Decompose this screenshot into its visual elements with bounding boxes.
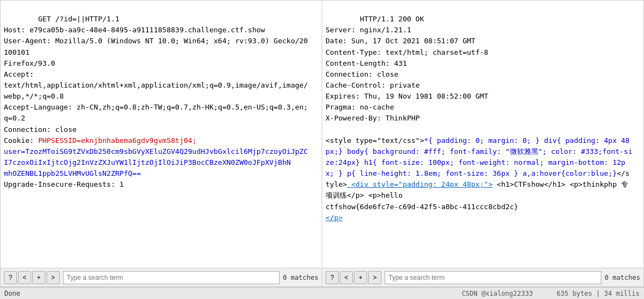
left-help-button[interactable]: ? [4, 271, 17, 284]
left-prev-button[interactable]: < [18, 271, 31, 284]
left-cookie-label: Cookie: PHPSESSID=eknjbnhabema6gdv9gvm58… [4, 136, 196, 145]
right-add-button[interactable]: + [354, 271, 367, 284]
right-line-9: Pragma: no-cache [326, 103, 394, 111]
right-line-10: X-Powered-By: ThinkPHP [326, 114, 420, 122]
left-panel-scroll[interactable]: GET /?id=||HTTP/1.1 Host: e79ca05b-aa9c-… [1, 1, 322, 268]
right-line-2: Server: nginx/1.21.1 [326, 26, 411, 34]
right-panel: HTTP/1.1 200 OK Server: nginx/1.21.1 Dat… [322, 0, 644, 287]
right-div-open: <div style="padding: 24px 48px;"> [347, 180, 492, 188]
right-prev-button[interactable]: < [340, 271, 353, 284]
left-line-6: text/html,application/xhtml+xml,applicat… [4, 81, 308, 100]
watermark: CSDN @xialong22333 [462, 290, 533, 297]
left-line-7: Accept-Language: zh-CN,zh;q=0.8;zh-TW;q=… [4, 103, 308, 122]
right-toolbar: ? < + > 0 matches [322, 268, 643, 286]
right-line-5: Content-Length: 431 [326, 59, 407, 67]
right-help-button[interactable]: ? [326, 271, 339, 284]
left-line-1: GET /?id=||HTTP/1.1 [38, 15, 120, 23]
status-bar: Done CSDN @xialong22333 635 bytes | 34 m… [0, 287, 644, 299]
left-line-5: Accept: [4, 70, 34, 78]
right-next-button[interactable]: > [368, 271, 381, 284]
right-panel-scroll[interactable]: HTTP/1.1 200 OK Server: nginx/1.21.1 Dat… [322, 1, 643, 268]
left-line-8: Connection: close [4, 125, 77, 134]
right-search-input[interactable] [385, 271, 601, 284]
left-line-2: Host: e79ca05b-aa9c-48e4-8495-a911118588… [4, 26, 265, 34]
right-line-3: Date: Sun, 17 Oct 2021 08:51:07 GMT [326, 37, 475, 45]
status-info: CSDN @xialong22333 635 bytes | 34 millis [462, 290, 640, 297]
right-line-8: Expires: Thu, 19 Nov 1981 08:52:00 GMT [326, 92, 488, 100]
left-toolbar: ? < + > 0 matches [1, 268, 322, 286]
right-match-count: 0 matches [605, 274, 640, 281]
cookie-value: user=TzozMToiSG9tZVxDb250cm9sbGVyXEluZGV… [4, 147, 308, 177]
left-match-count: 0 matches [283, 274, 318, 281]
status-done: Done [4, 290, 20, 297]
bytes-info: 635 bytes | 34 millis [556, 290, 640, 297]
cookie-key: PHPSESSID=eknjbnhabema6gdv9gvm58tj04; [38, 136, 197, 145]
right-p-close: </p> [326, 214, 343, 222]
right-line-7: Cache-Control: private [326, 81, 420, 89]
left-panel-content: GET /?id=||HTTP/1.1 Host: e79ca05b-aa9c-… [4, 3, 318, 202]
left-next-button[interactable]: > [47, 271, 60, 284]
left-add-button[interactable]: + [32, 271, 45, 284]
right-line-4: Content-Type: text/html; charset=utf-8 [326, 48, 488, 56]
left-line-3: User-Agent: Mozilla/5.0 (Windows NT 10.0… [4, 37, 308, 56]
left-line-4: Firefox/93.0 [4, 59, 55, 67]
left-search-input[interactable] [63, 271, 280, 284]
right-panel-content: HTTP/1.1 200 OK Server: nginx/1.21.1 Dat… [326, 3, 640, 234]
main-content: GET /?id=||HTTP/1.1 Host: e79ca05b-aa9c-… [0, 0, 644, 287]
right-style-open: <style type="text/css"> [326, 136, 424, 145]
left-panel: GET /?id=||HTTP/1.1 Host: e79ca05b-aa9c-… [0, 0, 322, 287]
left-line-last: Upgrade-Insecure-Requests: 1 [4, 180, 124, 188]
right-line-1: HTTP/1.1 200 OK [360, 15, 424, 23]
right-line-6: Connection: close [326, 70, 398, 78]
